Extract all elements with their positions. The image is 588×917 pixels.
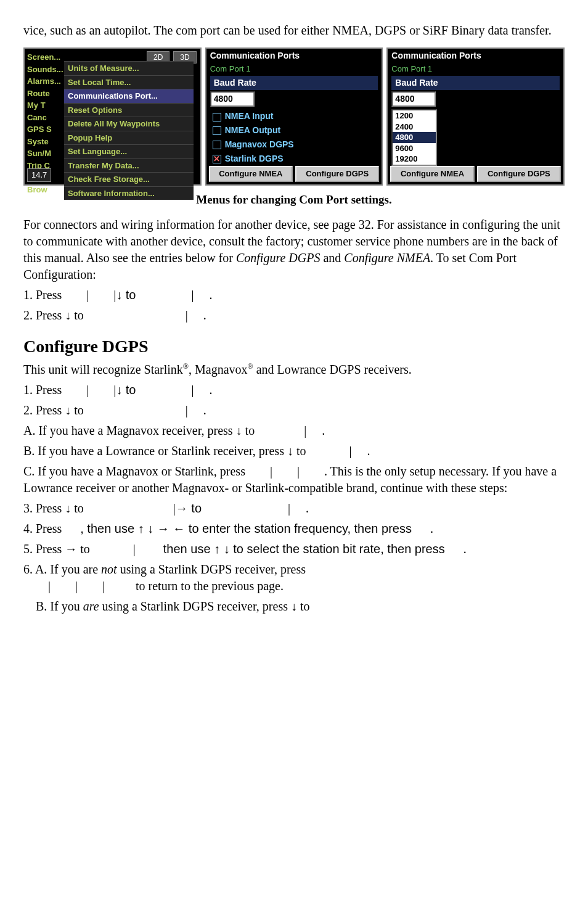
cd-step-6a: 6. A. If you are not using a Starlink DG… <box>23 561 565 594</box>
window-title: Communication Ports <box>388 49 563 63</box>
cd-step-1: 1. Press | |↓ to | . <box>23 382 565 398</box>
cd-step-c: C. If you have a Magnavox or Starlink, p… <box>23 463 565 496</box>
menu-item[interactable]: Set Language... <box>64 144 194 158</box>
list-item[interactable]: 9600 <box>393 143 436 154</box>
menu-item[interactable]: Delete All My Waypoints <box>64 117 194 131</box>
checkbox-icon <box>213 113 221 121</box>
cd-step-a: A. If you have a Magnavox receiver, pres… <box>23 422 565 439</box>
baud-rate-label: Baud Rate <box>210 76 378 90</box>
list-item-selected[interactable]: 4800 <box>393 132 436 143</box>
side-item[interactable]: Syste <box>27 136 63 148</box>
list-item[interactable]: 19200 <box>393 154 436 165</box>
configure-nmea-button[interactable]: Configure NMEA <box>390 166 474 182</box>
side-item[interactable]: GPS S <box>27 123 63 136</box>
cd-step-4: 4. Press , then use ↑ ↓ → ← to enter the… <box>23 520 565 537</box>
side-item[interactable]: Sun/M <box>27 147 63 160</box>
menu-item[interactable]: Software Information... <box>64 186 194 200</box>
check-magnavox-dgps[interactable]: Magnavox DGPS <box>206 138 382 152</box>
configure-dgps-button[interactable]: Configure DGPS <box>295 166 379 182</box>
submenu: Units of Measure... Set Local Time... Co… <box>64 61 194 200</box>
menu-item[interactable]: Units of Measure... <box>64 61 194 75</box>
group-label: Com Port 1 <box>388 63 563 75</box>
menu-item[interactable]: Check Free Storage... <box>64 172 194 186</box>
side-item[interactable]: Alarms... <box>27 75 63 88</box>
section-heading: Configure DGPS <box>23 335 565 358</box>
side-item[interactable]: Screen... <box>27 51 63 64</box>
list-item[interactable]: 1200 <box>393 110 436 121</box>
cd-step-5: 5. Press → to | then use ↑ ↓ to select t… <box>23 541 565 557</box>
cd-step-b: B. If you have a Lowrance or Starlink re… <box>23 443 565 459</box>
status-value: 14.7 <box>27 168 51 182</box>
screenshots-row: Screen... Sounds... Alarms... Route My T… <box>23 47 565 186</box>
baud-rate-label: Baud Rate <box>391 76 560 90</box>
screenshot-menu: Screen... Sounds... Alarms... Route My T… <box>23 47 202 186</box>
screenshot-comport-checks: Communication Ports Com Port 1 Baud Rate… <box>205 47 383 186</box>
configure-dgps-button[interactable]: Configure DGPS <box>477 166 561 182</box>
screenshot-comport-baudlist: Communication Ports Com Port 1 Baud Rate… <box>386 47 565 186</box>
step-1: 1. Press | |↓ to | . <box>23 287 565 303</box>
checkbox-checked-icon <box>213 155 221 163</box>
body-paragraph: For connectors and wiring information fo… <box>23 216 565 283</box>
cd-step-6b: B. If you are using a Starlink DGPS rece… <box>23 598 565 615</box>
group-label: Com Port 1 <box>206 63 382 75</box>
menu-item[interactable]: Popup Help <box>64 131 194 145</box>
configure-nmea-button[interactable]: Configure NMEA <box>209 166 293 182</box>
menu-item[interactable]: Transfer My Data... <box>64 158 194 173</box>
registered-icon: ® <box>183 363 189 371</box>
baud-rate-select[interactable]: 4800 <box>391 91 436 107</box>
step-2: 2. Press ↓ to | . <box>23 307 565 324</box>
side-item[interactable]: Route <box>27 88 63 100</box>
side-item[interactable]: Canc <box>27 112 63 124</box>
check-nmea-output[interactable]: NMEA Output <box>206 123 382 138</box>
intro-paragraph: vice, such as an autopilot. The com port… <box>23 22 565 39</box>
baud-rate-listbox[interactable]: 1200 2400 4800 9600 19200 <box>391 109 437 166</box>
baud-rate-select[interactable]: 4800 <box>210 91 255 107</box>
side-item[interactable]: Brow <box>27 184 63 196</box>
side-item[interactable]: Sounds... <box>27 64 63 76</box>
cd-step-3: 3. Press ↓ to |→ to | . <box>23 500 565 517</box>
registered-icon: ® <box>248 363 253 371</box>
cd-step-2: 2. Press ↓ to | . <box>23 402 565 419</box>
menu-item-communications-port[interactable]: Communications Port... <box>64 89 194 103</box>
menu-item[interactable]: Set Local Time... <box>64 75 194 89</box>
list-item[interactable]: 2400 <box>393 121 436 133</box>
menu-item[interactable]: Reset Options <box>64 103 194 117</box>
window-title: Communication Ports <box>206 49 382 63</box>
check-starlink-dgps[interactable]: Starlink DGPS <box>206 152 382 166</box>
checkbox-icon <box>213 141 221 149</box>
section-intro: This unit will recognize Starlink®, Magn… <box>23 361 565 378</box>
check-nmea-input[interactable]: NMEA Input <box>206 109 382 123</box>
side-item[interactable]: My T <box>27 99 63 112</box>
checkbox-icon <box>213 126 221 135</box>
